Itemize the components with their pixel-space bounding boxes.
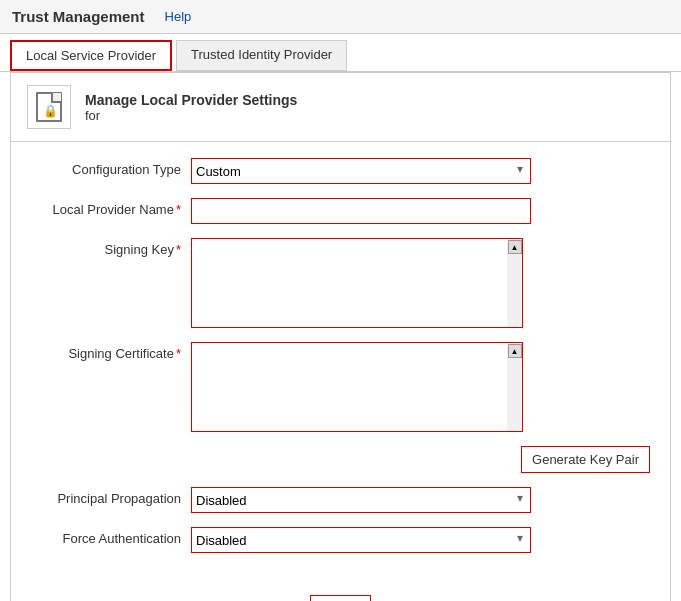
lock-icon: 🔒: [43, 104, 58, 118]
configuration-type-row: Configuration Type Custom Default: [31, 158, 650, 184]
edit-button[interactable]: Edit: [310, 595, 370, 601]
signing-key-textarea[interactable]: [191, 238, 507, 328]
header-title: Manage Local Provider Settings: [85, 92, 297, 108]
tab-local-service-provider[interactable]: Local Service Provider: [10, 40, 172, 71]
header-text: Manage Local Provider Settings for: [85, 92, 297, 123]
local-provider-name-input[interactable]: [191, 198, 531, 224]
configuration-type-select[interactable]: Custom Default: [191, 158, 531, 184]
force-authentication-select-wrapper: Disabled Enabled: [191, 527, 531, 553]
configuration-type-select-wrapper: Custom Default: [191, 158, 531, 184]
signing-cert-textarea-wrap: ▲: [191, 342, 523, 432]
signing-key-control: ▲: [191, 238, 650, 328]
provider-icon: 🔒: [27, 85, 71, 129]
required-star-2: *: [176, 242, 181, 257]
required-star: *: [176, 202, 181, 217]
force-authentication-label: Force Authentication: [31, 527, 191, 546]
signing-cert-row: Signing Certificate* ▲: [31, 342, 650, 432]
local-provider-name-label: Local Provider Name*: [31, 198, 191, 217]
main-content: 🔒 Manage Local Provider Settings for Con…: [10, 72, 671, 601]
force-authentication-control: Disabled Enabled: [191, 527, 650, 553]
configuration-type-label: Configuration Type: [31, 158, 191, 177]
cert-scrollbar-up-arrow[interactable]: ▲: [508, 344, 522, 358]
local-provider-name-row: Local Provider Name*: [31, 198, 650, 224]
bottom-section: Edit Get Metadata: [11, 577, 670, 601]
scrollbar-up-arrow[interactable]: ▲: [508, 240, 522, 254]
principal-propagation-select[interactable]: Disabled Enabled: [191, 487, 531, 513]
force-authentication-row: Force Authentication Disabled Enabled: [31, 527, 650, 553]
help-link[interactable]: Help: [165, 9, 192, 24]
tab-bar: Local Service Provider Trusted Identity …: [0, 34, 681, 72]
signing-cert-control: ▲: [191, 342, 650, 432]
form-area: Configuration Type Custom Default Local …: [11, 142, 670, 577]
principal-propagation-label: Principal Propagation: [31, 487, 191, 506]
principal-propagation-row: Principal Propagation Disabled Enabled: [31, 487, 650, 513]
signing-key-textarea-wrap: ▲: [191, 238, 523, 328]
header-subtitle: for: [85, 108, 297, 123]
top-bar: Trust Management Help: [0, 0, 681, 34]
signing-key-row: Signing Key* ▲: [31, 238, 650, 328]
force-authentication-select[interactable]: Disabled Enabled: [191, 527, 531, 553]
principal-propagation-select-wrapper: Disabled Enabled: [191, 487, 531, 513]
signing-cert-scrollbar: ▲: [507, 342, 523, 432]
page-title: Trust Management: [12, 8, 145, 25]
signing-cert-textarea[interactable]: [191, 342, 507, 432]
required-star-3: *: [176, 346, 181, 361]
configuration-type-control: Custom Default: [191, 158, 650, 184]
signing-key-label: Signing Key*: [31, 238, 191, 257]
tab-trusted-identity-provider[interactable]: Trusted Identity Provider: [176, 40, 347, 71]
local-provider-name-control: [191, 198, 650, 224]
generate-key-row: Generate Key Pair: [31, 446, 650, 473]
generate-key-pair-button[interactable]: Generate Key Pair: [521, 446, 650, 473]
signing-cert-label: Signing Certificate*: [31, 342, 191, 361]
principal-propagation-control: Disabled Enabled: [191, 487, 650, 513]
signing-key-scrollbar: ▲: [507, 238, 523, 328]
header-section: 🔒 Manage Local Provider Settings for: [11, 73, 670, 142]
